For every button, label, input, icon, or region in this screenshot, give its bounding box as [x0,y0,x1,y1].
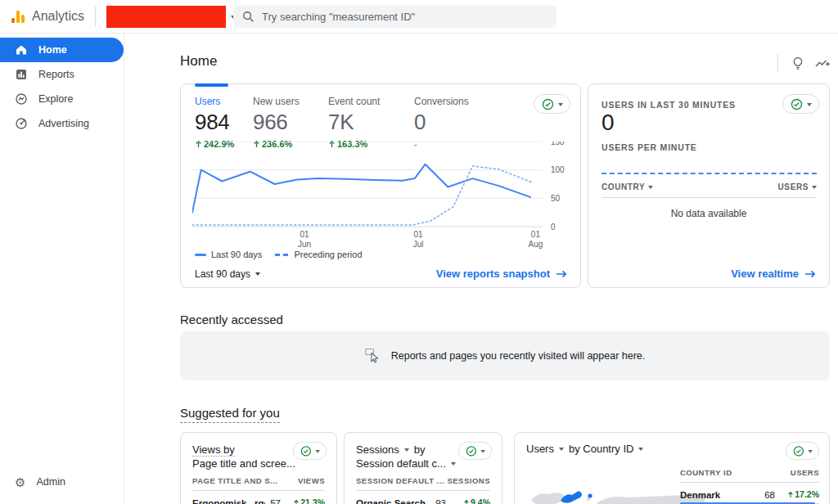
sidebar-item-home[interactable]: Home [0,38,124,62]
date-range-dropdown[interactable]: Last 90 days [195,268,260,280]
sidebar-item-admin[interactable]: ⚙ Admin [0,470,124,494]
table-header: COUNTRY ID USERS [680,468,819,483]
data-quality-dropdown[interactable] [293,442,327,460]
legend-current-period: Last 90 days [195,250,262,259]
chevron-down-icon [558,103,563,109]
dashed-line-swatch-icon [275,254,289,256]
table-header: PAGE TITLE AND S... VIEWS [192,476,325,491]
realtime-card: USERS IN LAST 30 MINUTES 0 USERS PER MIN… [588,83,830,288]
active-metric-tab-indicator [195,83,228,87]
check-circle-icon [466,445,477,457]
users-per-minute-label: USERS PER MINUTE [601,142,697,152]
arrow-up-icon [293,499,300,504]
home-icon [15,43,28,56]
check-circle-icon [542,98,554,110]
check-circle-icon [300,445,312,457]
chevron-down-icon [807,103,812,109]
dimension-column-header[interactable]: SESSION DEFAULT ... [356,476,444,485]
metric-column-header[interactable]: SESSIONS [447,476,490,485]
metric-column-header[interactable]: VIEWS [298,476,325,485]
sidebar-item-label: Admin [36,476,65,488]
realtime-users-value: 0 [601,110,615,136]
data-quality-dropdown[interactable] [534,94,570,114]
overview-card-footer: Last 90 days View reports snapshot [195,268,567,280]
analytics-intelligence-icon[interactable] [815,57,831,70]
sidebar-item-label: Advertising [38,118,89,129]
chevron-down-icon [255,272,260,278]
sidebar-item-reports[interactable]: Reports [0,62,124,87]
table-row: Ergonomisk...rgo Design 57 21.3% [192,497,325,504]
metric-label: Event count [328,96,414,107]
chevron-down-icon [638,448,643,453]
svg-text:Jun: Jun [298,240,311,249]
metric-label: Conversions [414,96,469,107]
chevron-down-icon [808,450,813,455]
brand-name: Analytics [32,9,84,24]
metric-column-header[interactable]: USERS [791,468,819,477]
topbar-divider [95,7,96,26]
metric-label: New users [253,96,328,107]
metric-value: 966 [253,110,328,135]
realtime-title: USERS IN LAST 30 MINUTES [601,100,736,110]
search-bar[interactable] [233,6,556,28]
view-realtime-link[interactable]: View realtime [731,268,816,280]
svg-text:150: 150 [551,142,565,146]
overview-chart: 05010015001Jun01Jul01Aug [192,142,575,251]
sidebar-item-label: Reports [38,69,74,80]
sidebar-item-label: Home [38,44,67,56]
sidebar-item-explore[interactable]: Explore [0,87,124,111]
sidebar: Home Reports Explore Advertising ⚙ Admin [0,34,124,504]
chevron-down-icon [404,448,409,454]
table-row: Organic Search 93 9.4% [356,497,490,504]
data-quality-dropdown[interactable] [458,442,492,460]
suggested-card-views-by-page-title: Views by Page title and scree... PAGE TI… [180,432,337,504]
svg-text:01: 01 [300,230,309,239]
sort-caret-icon [648,186,653,191]
explore-icon [15,92,28,106]
header-divider [777,54,778,72]
bar-chart-icon [15,68,28,81]
insights-lightbulb-icon[interactable] [791,56,804,70]
topbar: Analytics [0,0,838,34]
no-data-message: No data available [588,208,829,219]
main-content: Home Users 984 242.9% New users 966 236.… [124,34,838,504]
gear-icon: ⚙ [15,476,25,488]
metric-value: 0 [414,110,469,135]
svg-text:01: 01 [414,230,424,239]
suggested-for-you-title: Suggested for you [180,406,280,420]
sidebar-item-advertising[interactable]: Advertising [0,111,124,136]
recently-accessed-title: Recently accessed [180,313,283,326]
chevron-down-icon [559,448,564,453]
realtime-table-header: COUNTRY USERS [601,182,817,198]
svg-text:0: 0 [551,223,556,232]
svg-text:01: 01 [531,230,541,239]
dimension-column-header[interactable]: PAGE TITLE AND S... [192,476,278,485]
account-switcher[interactable] [106,6,236,28]
overview-card: Users 984 242.9% New users 966 236.6% Ev… [180,83,581,288]
svg-text:Aug: Aug [529,240,543,249]
arrow-up-icon [787,491,794,498]
svg-text:50: 50 [551,194,561,203]
dimension-column-header[interactable]: COUNTRY ID [680,468,732,477]
data-quality-dropdown[interactable] [782,94,819,114]
chevron-down-icon [480,450,485,455]
country-column-header[interactable]: COUNTRY [601,182,653,191]
svg-text:Jul: Jul [413,240,424,249]
suggested-card-sessions-by-channel: Sessionsby Session default c... SESSION … [344,432,502,504]
search-input[interactable] [262,11,547,23]
users-column-header[interactable]: USERS [778,182,817,191]
view-reports-snapshot-link[interactable]: View reports snapshot [436,268,567,280]
check-circle-icon [791,98,803,110]
metric-value: 7K [328,110,414,135]
card-title: Users by Country ID [526,443,818,455]
chart-legend: Last 90 days Preceding period [195,250,363,259]
account-name-redacted [106,6,226,28]
metric-label: Users [195,96,253,107]
check-circle-icon [793,445,804,457]
world-map [518,472,705,504]
solid-line-swatch-icon [195,254,206,256]
data-quality-dropdown[interactable] [786,442,819,460]
arrow-right-icon [804,270,816,278]
arrow-up-icon [463,499,470,504]
chevron-down-icon [315,450,320,455]
